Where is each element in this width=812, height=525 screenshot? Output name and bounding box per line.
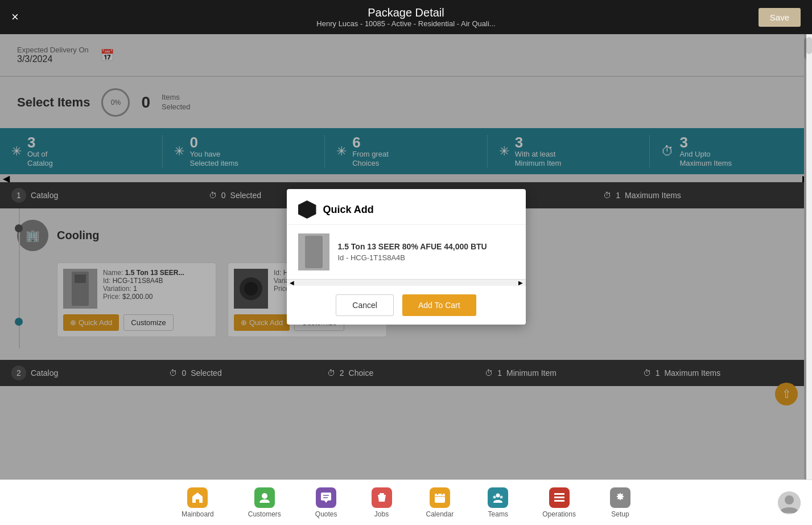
header: × Package Detail Henry Lucas - 10085 - A… [0, 0, 812, 34]
svg-rect-16 [435, 494, 445, 503]
jobs-icon [372, 487, 392, 508]
main-content: Expected Delivery On 3/3/2024 📅 Select I… [0, 34, 812, 479]
close-button[interactable]: × [11, 10, 19, 24]
quotes-icon [316, 487, 336, 508]
user-avatar[interactable] [778, 491, 801, 514]
svg-point-22 [500, 495, 503, 498]
setup-icon [610, 487, 630, 508]
nav-label-jobs: Jobs [374, 510, 389, 518]
modal-body: 1.5 Ton 13 SEER 80% AFUE 44,000 BTU Id -… [287, 225, 526, 279]
nav-teams[interactable]: Teams [471, 483, 525, 523]
modal-scroll-bar[interactable]: ◀ ▶ [287, 279, 526, 286]
nav-label-operations: Operations [542, 510, 576, 518]
teams-icon [488, 487, 508, 508]
svg-marker-10 [192, 493, 203, 503]
svg-point-11 [262, 493, 267, 499]
nav-label-setup: Setup [611, 510, 629, 518]
customers-icon [254, 487, 275, 508]
nav-quotes[interactable]: Quotes [298, 483, 355, 523]
modal-add-to-cart-button[interactable]: Add To Cart [402, 294, 476, 316]
nav-label-customers: Customers [248, 510, 281, 518]
header-title: Package Detail Henry Lucas - 10085 - Act… [316, 6, 495, 28]
svg-point-21 [493, 495, 496, 498]
modal-footer: Cancel Add To Cart [287, 286, 526, 325]
modal-header: Quick Add [287, 189, 526, 225]
svg-rect-25 [554, 500, 564, 502]
nav-calendar[interactable]: Calendar [409, 483, 471, 523]
modal-product-info: 1.5 Ton 13 SEER 80% AFUE 44,000 BTU Id -… [338, 242, 487, 262]
svg-rect-12 [321, 493, 331, 501]
modal-product-image [298, 233, 329, 270]
nav-customers[interactable]: Customers [231, 483, 298, 523]
svg-point-28 [785, 495, 794, 505]
page-title: Package Detail [316, 6, 495, 19]
save-button[interactable]: Save [759, 8, 801, 27]
nav-label-quotes: Quotes [315, 510, 337, 518]
nav-label-teams: Teams [488, 510, 508, 518]
svg-point-20 [496, 493, 500, 497]
quick-add-modal: Quick Add 1.5 Ton 13 SEER 80% AFUE 44,00… [287, 189, 526, 325]
nav-jobs[interactable]: Jobs [355, 483, 409, 523]
modal-left-arrow[interactable]: ◀ [290, 280, 294, 286]
modal-hex-icon [298, 200, 316, 219]
nav-setup[interactable]: Setup [593, 483, 648, 523]
modal-cancel-button[interactable]: Cancel [336, 294, 394, 316]
mainboard-icon [187, 487, 208, 508]
svg-rect-23 [554, 493, 564, 495]
nav-label-calendar: Calendar [426, 510, 454, 518]
page-subtitle: Henry Lucas - 10085 - Active - Residenti… [316, 19, 495, 28]
operations-icon [549, 487, 570, 508]
modal-product-id: Id - HCG-1T1S8A4B [338, 253, 487, 262]
svg-rect-24 [554, 497, 564, 498]
bottom-nav: Mainboard Customers Quotes Jobs Calendar… [0, 479, 812, 525]
svg-rect-9 [305, 236, 323, 268]
nav-operations[interactable]: Operations [525, 483, 593, 523]
nav-mainboard[interactable]: Mainboard [164, 483, 231, 523]
calendar-nav-icon [430, 487, 450, 508]
svg-rect-15 [380, 493, 384, 495]
modal-overlay: Quick Add 1.5 Ton 13 SEER 80% AFUE 44,00… [0, 34, 812, 479]
modal-product-title: 1.5 Ton 13 SEER 80% AFUE 44,000 BTU [338, 242, 487, 251]
modal-title: Quick Add [323, 204, 374, 216]
modal-right-arrow[interactable]: ▶ [518, 280, 523, 286]
nav-label-mainboard: Mainboard [182, 510, 214, 518]
